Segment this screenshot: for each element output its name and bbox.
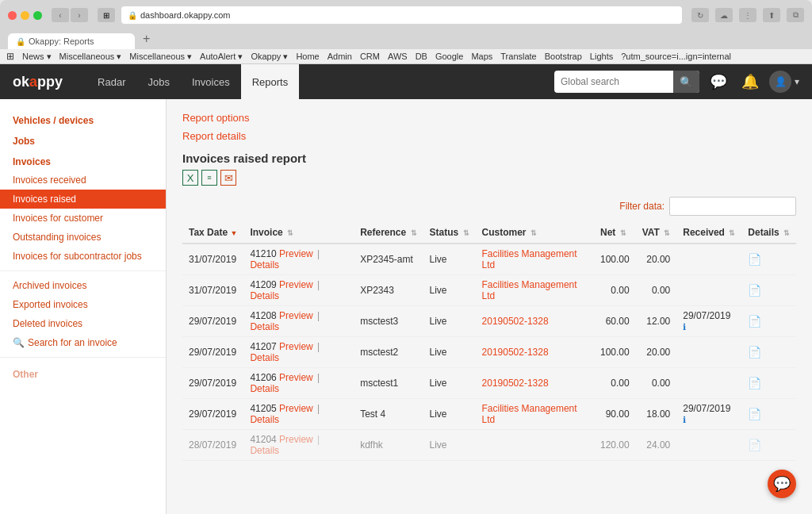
document-icon[interactable]: 📄 [748, 284, 761, 297]
nav-reports[interactable]: Reports [241, 64, 300, 99]
logo[interactable]: okappy [13, 74, 63, 90]
cell-invoice: 41208 Preview | Details [243, 306, 354, 337]
col-reference[interactable]: Reference ⇅ [354, 222, 423, 244]
document-icon[interactable]: 📄 [748, 346, 761, 359]
col-invoice[interactable]: Invoice ⇅ [243, 222, 354, 244]
invoice-details-link[interactable]: Details [250, 414, 279, 425]
col-customer[interactable]: Customer ⇅ [476, 222, 594, 244]
invoice-details-link[interactable]: Details [250, 383, 279, 394]
share-button[interactable]: ⬆ [763, 8, 780, 22]
invoice-details-link[interactable]: Details [250, 445, 279, 456]
messages-button[interactable]: 💬 [706, 69, 731, 94]
col-vat[interactable]: VAT ⇅ [636, 222, 677, 244]
export-email-button[interactable]: ✉ [220, 170, 236, 186]
menu-button[interactable]: ⋮ [739, 8, 756, 22]
info-icon[interactable]: ℹ [683, 415, 686, 424]
search-button[interactable]: 🔍 [673, 71, 699, 93]
bookmark-misc1[interactable]: Miscellaneous ▾ [59, 52, 122, 62]
document-icon[interactable]: 📄 [748, 408, 761, 420]
invoice-preview-link[interactable]: Preview [279, 434, 313, 445]
refresh-button[interactable]: ↻ [691, 8, 709, 22]
bookmark-lights[interactable]: Lights [590, 52, 613, 61]
info-icon[interactable]: ℹ [683, 322, 686, 332]
cloud-button[interactable]: ☁ [715, 8, 733, 22]
nav-invoices[interactable]: Invoices [181, 64, 241, 99]
sidebar-item-other[interactable]: Other [0, 362, 166, 383]
invoice-preview-link[interactable]: Preview [279, 279, 313, 290]
customer-link[interactable]: 20190502-1328 [482, 347, 549, 358]
col-status[interactable]: Status ⇅ [423, 222, 476, 244]
invoice-preview-link[interactable]: Preview [279, 403, 313, 414]
document-icon[interactable]: 📄 [748, 253, 761, 266]
document-icon[interactable]: 📄 [748, 377, 761, 389]
sidebar-item-invoices-raised[interactable]: Invoices raised [0, 190, 166, 209]
invoice-preview-link[interactable]: Preview [279, 372, 313, 383]
bookmark-maps[interactable]: Maps [471, 52, 492, 61]
nav-radar[interactable]: Radar [86, 64, 136, 99]
sidebar-item-outstanding-invoices[interactable]: Outstanding invoices [0, 228, 166, 247]
bookmark-okappy[interactable]: Okappy ▾ [251, 52, 288, 62]
export-excel-button[interactable]: X [182, 170, 198, 186]
document-icon[interactable]: 📄 [748, 315, 761, 328]
filter-input[interactable] [669, 197, 796, 216]
invoice-details-link[interactable]: Details [250, 259, 279, 270]
user-menu[interactable]: 👤 ▾ [769, 71, 799, 93]
active-tab[interactable]: 🔒 Okappy: Reports [8, 33, 135, 49]
bookmark-autoalert[interactable]: AutoAlert ▾ [200, 52, 243, 62]
cell-received [676, 244, 741, 275]
invoice-details-link[interactable]: Details [250, 352, 279, 363]
invoice-preview-link[interactable]: Preview [279, 341, 313, 352]
bookmark-bootstrap[interactable]: Bootstrap [545, 52, 582, 61]
bookmark-crm[interactable]: CRM [360, 52, 380, 61]
customer-link[interactable]: Facilities Management Ltd [482, 248, 577, 270]
breadcrumb[interactable]: Report options [182, 112, 796, 124]
bookmark-admin[interactable]: Admin [327, 52, 352, 61]
notifications-button[interactable]: 🔔 [737, 69, 763, 94]
col-received[interactable]: Received ⇅ [676, 222, 741, 244]
col-details[interactable]: Details ⇅ [741, 222, 796, 244]
sidebar-item-invoices-received[interactable]: Invoices received [0, 171, 166, 190]
sidebar-item-invoices-subcontractor[interactable]: Invoices for subcontractor jobs [0, 247, 166, 266]
invoice-details-link[interactable]: Details [250, 321, 279, 332]
bookmark-aws[interactable]: AWS [388, 52, 408, 61]
section-title[interactable]: Report details [182, 130, 796, 142]
bookmark-home[interactable]: Home [296, 52, 319, 61]
col-net[interactable]: Net ⇅ [594, 222, 636, 244]
address-bar[interactable]: 🔒 dashboard.okappy.com [121, 6, 682, 24]
document-icon[interactable]: 📄 [748, 439, 761, 451]
maximize-button[interactable] [33, 11, 42, 20]
customer-link[interactable]: 20190502-1328 [482, 378, 549, 389]
view-button[interactable]: ⊞ [98, 8, 115, 22]
sidebar-section-invoices[interactable]: Invoices [0, 150, 166, 171]
bookmark-db[interactable]: DB [416, 52, 427, 61]
invoice-preview-link[interactable]: Preview [279, 248, 313, 259]
bookmark-news[interactable]: News ▾ [22, 52, 52, 62]
sidebar-search-invoice[interactable]: 🔍 Search for an invoice [0, 333, 166, 352]
bookmark-misc2[interactable]: Miscellaneous ▾ [129, 52, 192, 62]
customer-link[interactable]: Facilities Management Ltd [482, 279, 577, 301]
sidebar-item-vehicles[interactable]: Vehicles / devices [0, 109, 166, 129]
sidebar-item-deleted-invoices[interactable]: Deleted invoices [0, 314, 166, 333]
chat-bubble-button[interactable]: 💬 [768, 470, 796, 498]
close-button[interactable] [8, 11, 17, 20]
invoice-details-link[interactable]: Details [250, 290, 279, 301]
sidebar-item-exported-invoices[interactable]: Exported invoices [0, 295, 166, 314]
sidebar-item-jobs[interactable]: Jobs [0, 129, 166, 150]
bookmark-utm[interactable]: ?utm_source=i...ign=internal [621, 52, 731, 61]
back-button[interactable]: ‹ [52, 8, 69, 22]
global-search-input[interactable] [554, 76, 673, 87]
customer-link[interactable]: 20190502-1328 [482, 316, 549, 327]
customer-link[interactable]: Facilities Management Ltd [482, 403, 577, 425]
sidebar-item-archived-invoices[interactable]: Archived invoices [0, 276, 166, 295]
bookmark-translate[interactable]: Translate [500, 52, 536, 61]
nav-jobs[interactable]: Jobs [136, 64, 180, 99]
minimize-button[interactable] [21, 11, 29, 20]
bookmark-google[interactable]: Google [435, 52, 463, 61]
export-csv-button[interactable]: ≡ [201, 170, 217, 186]
forward-button[interactable]: › [71, 8, 88, 22]
invoice-preview-link[interactable]: Preview [279, 310, 313, 321]
sidebar-item-invoices-for-customer[interactable]: Invoices for customer [0, 209, 166, 228]
col-tax-date[interactable]: Tax Date ▼ [182, 222, 243, 244]
new-tab-button[interactable]: + [135, 29, 158, 49]
new-tab-button[interactable]: ⧉ [787, 8, 804, 22]
